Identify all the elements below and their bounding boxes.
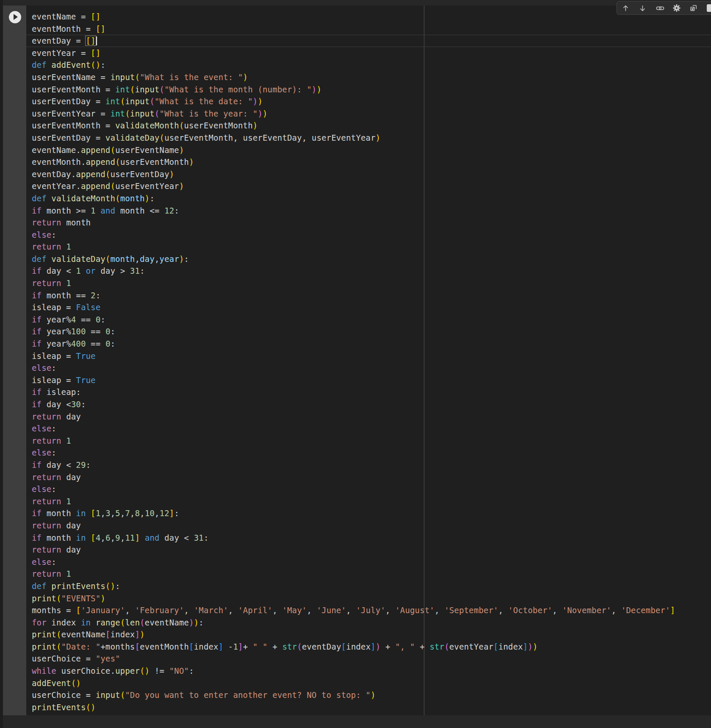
code-line-39[interactable]: return day [32,471,711,483]
code-token: year% [42,327,71,336]
code-line-36[interactable]: return 1 [32,435,711,447]
code-token: and [145,533,160,542]
code-line-43[interactable]: return day [32,520,711,532]
code-line-18[interactable]: return month [32,217,711,229]
code-token: True [76,351,95,361]
code-token: : [51,557,56,567]
code-line-49[interactable]: print("EVENTS") [32,592,711,605]
code-line-25[interactable]: isleap = False [32,301,711,314]
code-line-40[interactable]: else: [32,483,711,495]
code-line-28[interactable]: if year%400 == 0: [32,338,711,350]
code-token: validateMonth [115,121,179,130]
code-line-10[interactable]: userEventMonth = validateMonth(userEvent… [32,119,711,132]
code-token: ( [159,85,164,94]
code-line-27[interactable]: if year%100 == 0: [32,325,711,338]
code-line-29[interactable]: isleap = True [32,350,711,362]
code-token: [] [91,48,100,58]
code-line-11[interactable]: userEventDay = validateDay(userEventMont… [32,132,711,144]
code-token: print [32,594,56,603]
move-cell-up-icon [622,5,629,12]
code-line-54[interactable]: userChoice = "yes" [32,653,711,665]
code-token: 10 [145,508,155,518]
code-line-4[interactable]: eventYear = [] [32,47,711,59]
code-line-33[interactable]: if day <30: [32,398,711,411]
code-line-37[interactable]: else: [32,447,711,459]
code-line-16[interactable]: def validateMonth(month): [32,192,711,205]
code-line-17[interactable]: if month >= 1 and month <= 12: [32,205,711,217]
code-line-58[interactable]: printEvents() [32,701,711,714]
code-line-52[interactable]: print(eventName[index]) [32,628,711,641]
move-cell-down-button[interactable] [639,3,652,13]
code-line-48[interactable]: def printEvents(): [32,580,711,592]
settings-gear-button[interactable] [673,3,686,13]
code-token: userChoice. [56,666,115,675]
code-line-45[interactable]: return day [32,544,711,556]
run-cell-button[interactable] [9,11,21,23]
code-line-15[interactable]: eventYear.append(userEventYear) [32,180,711,192]
code-line-55[interactable]: while userChoice.upper() != "NO": [32,665,711,677]
code-line-57[interactable]: userChoice = input("Do you want to enter… [32,689,711,701]
code-line-41[interactable]: return 1 [32,495,711,508]
code-line-50[interactable]: months = ['January', 'February', 'March'… [32,604,711,617]
code-line-20[interactable]: return 1 [32,241,711,253]
code-token: while [32,666,56,675]
code-line-6[interactable]: userEventName = input("What is the event… [32,71,711,83]
code-line-34[interactable]: return day [32,411,711,423]
code-line-47[interactable]: return 1 [32,568,711,580]
move-cell-up-button[interactable] [622,3,635,13]
code-line-21[interactable]: def validateDay(month,day,year): [32,253,711,265]
code-token: "What is the month (number): " [164,85,312,94]
code-line-56[interactable]: addEvent() [32,677,711,689]
code-line-42[interactable]: if month in [1,3,5,7,8,10,12]: [32,507,711,520]
code-line-38[interactable]: if day < 29: [32,459,711,471]
partial-icon[interactable] [707,4,711,12]
code-token: ) [253,97,258,106]
code-line-35[interactable]: else: [32,422,711,435]
code-line-7[interactable]: userEventMonth = int(input("What is the … [32,83,711,96]
code-line-44[interactable]: if month in [4,6,9,11] and day < 31: [32,532,711,544]
code-line-26[interactable]: if year%4 == 0: [32,314,711,326]
code-line-46[interactable]: else: [32,556,711,568]
code-token: : [174,206,179,215]
code-token: print [32,630,56,639]
code-editor[interactable]: eventName = []eventMonth = []eventDay = … [26,6,711,715]
code-line-53[interactable]: print("Date: "+months[eventMonth[index] … [32,641,711,653]
code-line-14[interactable]: eventDay.append(userEventDay) [32,168,711,181]
code-line-12[interactable]: eventName.append(userEventName) [32,144,711,156]
open-in-editor-button[interactable] [690,3,703,13]
link-button[interactable] [656,3,669,13]
code-line-23[interactable]: return 1 [32,277,711,289]
code-line-5[interactable]: def addEvent(): [32,59,711,71]
code-token: () [86,703,95,712]
code-token: , [346,606,356,615]
code-line-8[interactable]: userEventDay = int(input("What is the da… [32,95,711,108]
code-line-9[interactable]: userEventYear = int(input("What is the y… [32,108,711,120]
code-token: ) [371,690,376,700]
code-token [91,618,96,627]
code-line-19[interactable]: else: [32,229,711,241]
code-token: : [81,400,86,409]
code-token: [] [86,36,95,45]
code-line-32[interactable]: if isleap: [32,386,711,398]
code-line-2[interactable]: eventMonth = [] [32,23,711,35]
code-line-30[interactable]: else: [32,362,711,374]
code-token: else [32,448,51,457]
code-token: != [150,666,169,675]
code-line-3[interactable]: eventDay = [] [32,35,711,47]
code-token: , [434,606,444,615]
code-token: 'July' [356,606,386,615]
code-token: , [553,606,562,615]
code-line-1[interactable]: eventName = [] [32,11,711,23]
code-line-51[interactable]: for index in range(len(eventName)): [32,617,711,629]
code-token: , [611,606,621,615]
code-token: else [32,484,51,494]
code-line-13[interactable]: eventMonth.append(userEventMonth) [32,156,711,168]
code-token: day > [96,266,130,275]
code-line-31[interactable]: isleap = True [32,374,711,386]
code-token: ( [120,618,125,627]
code-area[interactable]: eventName = []eventMonth = []eventDay = … [26,6,711,715]
code-token: ) [258,109,263,118]
code-line-22[interactable]: if day < 1 or day > 31: [32,265,711,277]
code-token: userChoice = [32,690,96,700]
code-line-24[interactable]: if month == 2: [32,289,711,302]
